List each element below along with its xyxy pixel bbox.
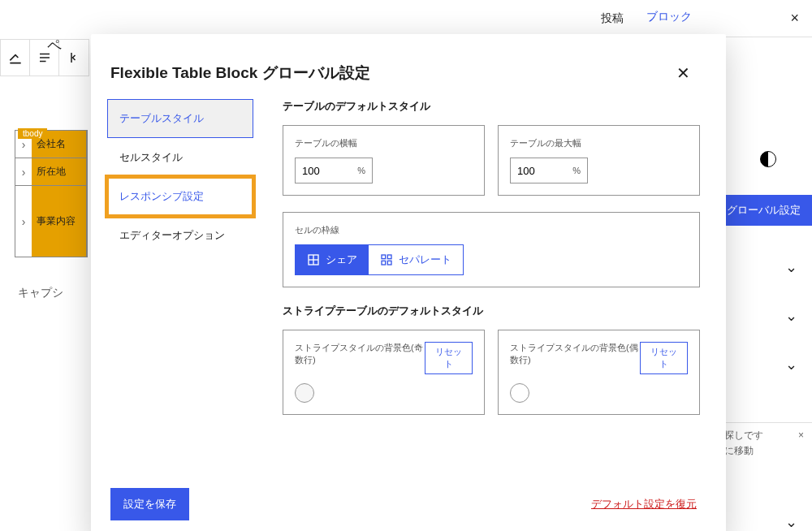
width-label: テーブルの横幅 (295, 137, 473, 149)
maxwidth-input-group: % (510, 158, 588, 183)
stripe-even-panel: ストライプスタイルの背景色(偶数行) リセット (498, 330, 700, 415)
table-maxwidth-panel: テーブルの最大幅 % (498, 125, 700, 196)
table-width-panel: テーブルの横幅 % (283, 125, 485, 196)
tab-editor-option[interactable]: エディターオプション (107, 216, 253, 255)
stripe-odd-label: ストライプスタイルの背景色(奇数行) (295, 342, 425, 367)
stripe-even-header: ストライプスタイルの背景色(偶数行) リセット (510, 342, 688, 375)
border-share-button[interactable]: シェア (296, 245, 369, 274)
width-input-group: % (295, 158, 373, 183)
modal-title: Flexible Table Block グローバル設定 (110, 63, 370, 84)
stripe-even-label: ストライプスタイルの背景色(偶数行) (510, 342, 640, 367)
section-stripe-title: ストライプテーブルのデフォルトスタイル (283, 304, 700, 318)
modal-footer: 設定を保存 デフォルト設定を復元 (107, 488, 700, 520)
modal-overlay: Flexible Table Block グローバル設定 ✕ テーブルスタイル … (0, 0, 812, 531)
share-icon (307, 253, 320, 266)
maxwidth-label: テーブルの最大幅 (510, 137, 688, 149)
separate-icon (380, 253, 393, 266)
reset-odd-button[interactable]: リセット (425, 342, 473, 374)
cell-border-panel: セルの枠線 シェア (283, 212, 700, 287)
width-unit: % (357, 166, 372, 175)
save-settings-button[interactable]: 設定を保存 (110, 488, 189, 520)
tab-cell-style[interactable]: セルスタイル (107, 138, 253, 177)
svg-rect-6 (382, 255, 386, 259)
section-default-style-title: テーブルのデフォルトスタイル (283, 99, 700, 114)
border-panels-row: セルの枠線 シェア (283, 212, 700, 287)
stripe-odd-color-swatch[interactable] (295, 383, 314, 403)
settings-tabs: テーブルスタイル セルスタイル レスポンシブ設定 エディターオプション (107, 99, 253, 415)
svg-rect-8 (382, 261, 386, 265)
global-settings-modal: Flexible Table Block グローバル設定 ✕ テーブルスタイル … (91, 34, 726, 531)
width-input[interactable] (296, 160, 344, 182)
svg-rect-7 (387, 255, 391, 259)
modal-header: Flexible Table Block グローバル設定 ✕ (107, 57, 700, 99)
tab-table-style[interactable]: テーブルスタイル (107, 99, 253, 138)
border-toggle-group: シェア セパレート (295, 244, 464, 275)
tbody-badge: tbody (18, 128, 47, 139)
border-separate-button[interactable]: セパレート (369, 245, 463, 274)
width-panels-row: テーブルの横幅 % テーブルの最大幅 % (283, 125, 700, 196)
modal-close-button[interactable]: ✕ (670, 60, 697, 86)
settings-content: テーブルのデフォルトスタイル テーブルの横幅 % テーブルの最大幅 % (283, 99, 700, 415)
border-label: セルの枠線 (295, 224, 688, 236)
svg-rect-9 (387, 261, 391, 265)
restore-defaults-link[interactable]: デフォルト設定を復元 (591, 497, 697, 512)
stripe-odd-panel: ストライプスタイルの背景色(奇数行) リセット (283, 330, 485, 415)
maxwidth-input[interactable] (511, 160, 559, 182)
stripe-panels-row: ストライプスタイルの背景色(奇数行) リセット ストライプスタイルの背景色(偶数… (283, 330, 700, 415)
stripe-odd-header: ストライプスタイルの背景色(奇数行) リセット (295, 342, 473, 375)
reset-even-button[interactable]: リセット (640, 342, 688, 374)
tab-responsive[interactable]: レスポンシブ設定 (107, 177, 253, 216)
maxwidth-unit: % (572, 166, 587, 175)
stripe-even-color-swatch[interactable] (510, 383, 529, 403)
modal-body: テーブルスタイル セルスタイル レスポンシブ設定 エディターオプション テーブル… (107, 99, 700, 415)
